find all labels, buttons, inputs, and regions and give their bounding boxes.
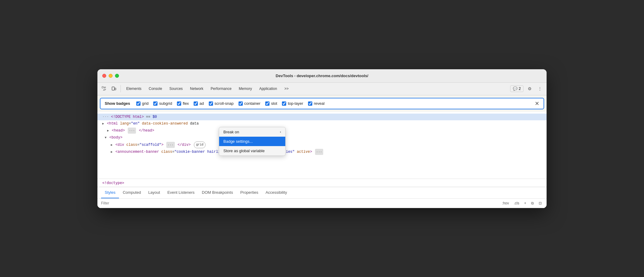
- badge-checkbox-subgrid[interactable]: [153, 101, 158, 106]
- dom-line-body[interactable]: ▼ <body>: [97, 134, 547, 141]
- triangle-html: ▶: [102, 121, 104, 127]
- chat-badge[interactable]: 💬 2: [510, 85, 524, 92]
- cls-button[interactable]: .cls: [513, 200, 520, 206]
- badge-item-top-layer: top-layer: [282, 101, 303, 106]
- tab-application[interactable]: Application: [256, 85, 280, 92]
- elements-panel: ··· <!DOCTYPE html> == $0 ▶ <html lang="…: [97, 112, 547, 187]
- tab-styles[interactable]: Styles: [101, 187, 119, 198]
- triangle-head: ▶: [107, 128, 109, 134]
- triangle-scaffold: ▶: [111, 142, 113, 148]
- svg-rect-2: [115, 88, 116, 90]
- inspect-icon[interactable]: [100, 84, 108, 93]
- badge-checkbox-reveal[interactable]: [308, 101, 312, 106]
- dom-head-open: <head>: [112, 128, 125, 133]
- tab-performance[interactable]: Performance: [208, 85, 235, 92]
- badge-checkbox-scroll-snap[interactable]: [209, 101, 213, 106]
- chat-icon: 💬: [513, 87, 517, 91]
- badge-item-subgrid: subgrid: [153, 101, 172, 106]
- dom-line-html[interactable]: ▶ <html lang="en" data-cookies-answered …: [97, 120, 547, 127]
- dom-attr-class2: class: [161, 150, 172, 154]
- badge-item-scroll-snap: scroll-snap: [209, 101, 234, 106]
- dom-div-close: </div>: [178, 143, 191, 147]
- badge-item-grid: grid: [136, 101, 149, 106]
- close-button[interactable]: [102, 74, 106, 78]
- dom-html-truncated: data: [190, 121, 199, 126]
- badge-label-container: container: [244, 101, 260, 106]
- add-style-rule-button[interactable]: +: [523, 200, 527, 206]
- filter-input[interactable]: [101, 201, 498, 205]
- context-menu-badge-settings[interactable]: Badge settings...: [219, 137, 285, 146]
- badge-checkbox-container[interactable]: [239, 101, 243, 106]
- tab-computed[interactable]: Computed: [119, 187, 144, 198]
- triangle-body: ▼: [105, 135, 107, 141]
- badge-checkbox-flex[interactable]: [177, 101, 181, 106]
- badge-item-flex: flex: [177, 101, 189, 106]
- dom-line-doctype[interactable]: ··· <!DOCTYPE html> == $0: [97, 114, 547, 120]
- tab-sources[interactable]: Sources: [166, 85, 186, 92]
- tab-accessibility[interactable]: Accessibility: [262, 187, 291, 198]
- hov-button[interactable]: :hov: [501, 200, 510, 206]
- badge-settings-close[interactable]: ✕: [535, 101, 539, 106]
- dom-line-banner[interactable]: ▶ <announcement-banner class="cookie-ban…: [97, 149, 547, 156]
- dom-banner-dots: ···: [315, 149, 324, 155]
- badge-checkbox-top-layer[interactable]: [282, 101, 286, 106]
- dom-line-head[interactable]: ▶ <head> ··· </head>: [97, 127, 547, 134]
- badge-label-slot: slot: [271, 101, 277, 106]
- svg-rect-1: [112, 87, 114, 90]
- dom-var: $0: [153, 115, 157, 119]
- badge-label-reveal: reveal: [314, 101, 324, 106]
- new-style-rule-button[interactable]: ⧉: [530, 200, 535, 206]
- dom-head-dots: ···: [128, 128, 136, 134]
- more-menu-button[interactable]: ⋮: [536, 84, 544, 93]
- tab-dom-breakpoints[interactable]: DOM Breakpoints: [198, 187, 237, 198]
- dom-attr-lang-val: "en": [131, 121, 140, 126]
- badge-item-slot: slot: [265, 101, 277, 106]
- tab-event-listeners[interactable]: Event Listeners: [164, 187, 198, 198]
- titlebar: DevTools - developer.chrome.com/docs/dev…: [97, 69, 547, 83]
- dom-attr-scaffold: "scaffold": [139, 143, 161, 147]
- grid-badge[interactable]: grid: [194, 142, 205, 148]
- dom-line-scaffold[interactable]: ▶ <div class="scaffold"> ··· </div> grid: [97, 141, 547, 149]
- badge-label-subgrid: subgrid: [159, 101, 172, 106]
- context-menu-store-global[interactable]: Store as global variable: [219, 146, 285, 156]
- dom-div-open: <div: [115, 143, 124, 147]
- dom-doctype-tag: <!DOCTYPE html>: [111, 115, 144, 119]
- tab-properties[interactable]: Properties: [237, 187, 262, 198]
- tab-elements[interactable]: Elements: [123, 85, 144, 92]
- toggle-element-state-button[interactable]: ⊡: [537, 200, 543, 206]
- tab-console[interactable]: Console: [146, 85, 165, 92]
- devtools-window: DevTools - developer.chrome.com/docs/dev…: [97, 69, 547, 208]
- badge-label-flex: flex: [183, 101, 189, 106]
- context-menu: Break on › Badge settings... Store as gl…: [219, 127, 286, 156]
- filter-right: :hov .cls + ⧉ ⊡: [501, 200, 543, 206]
- doctype-text: <!doctype>: [102, 181, 124, 185]
- toolbar-right: 💬 2 ⚙ ⋮: [510, 84, 544, 93]
- filter-bar: :hov .cls + ⧉ ⊡: [97, 199, 547, 208]
- maximize-button[interactable]: [115, 74, 119, 78]
- settings-button[interactable]: ⚙: [525, 84, 534, 93]
- badge-label-top-layer: top-layer: [288, 101, 303, 106]
- dom-eq: ==: [146, 115, 153, 119]
- dom-content: ··· <!DOCTYPE html> == $0 ▶ <html lang="…: [97, 112, 547, 179]
- badge-item-ad: ad: [194, 101, 204, 106]
- badge-label-ad: ad: [199, 101, 204, 106]
- dom-html-open: <html: [107, 121, 118, 126]
- tab-network[interactable]: Network: [187, 85, 206, 92]
- dom-head-close: </head>: [139, 128, 154, 133]
- more-tabs-button[interactable]: >>: [281, 85, 292, 92]
- badge-settings-label: Badge settings...: [223, 139, 253, 144]
- context-menu-break-on[interactable]: Break on ›: [219, 127, 285, 137]
- window-title: DevTools - developer.chrome.com/docs/dev…: [276, 74, 368, 78]
- tab-layout[interactable]: Layout: [144, 187, 164, 198]
- dom-body-open: <body>: [109, 135, 122, 140]
- device-icon[interactable]: [110, 84, 118, 93]
- traffic-lights: [102, 74, 119, 78]
- tab-memory[interactable]: Memory: [236, 85, 255, 92]
- minimize-button[interactable]: [109, 74, 113, 78]
- badge-checkbox-slot[interactable]: [265, 101, 269, 106]
- badge-checkbox-ad[interactable]: [194, 101, 198, 106]
- dom-attr-lang: lang: [120, 121, 129, 126]
- svg-rect-0: [102, 87, 103, 88]
- chat-count: 2: [519, 87, 521, 91]
- badge-checkbox-grid[interactable]: [136, 101, 141, 106]
